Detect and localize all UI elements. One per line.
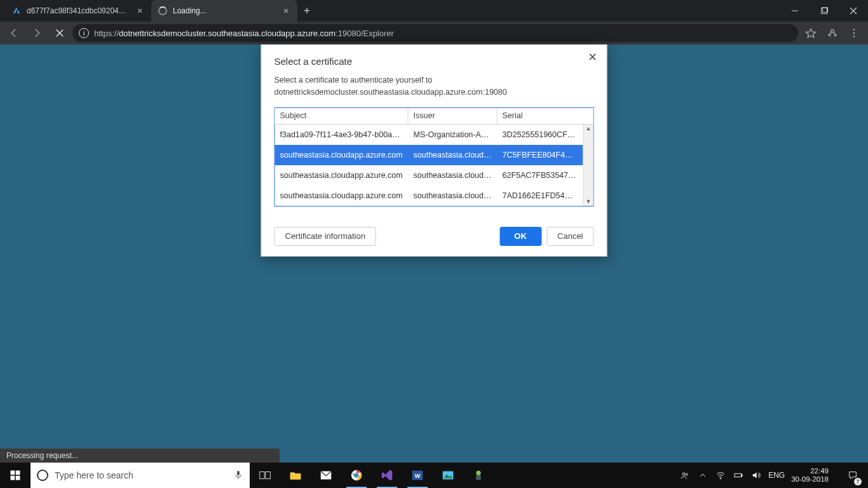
table-row[interactable]: southeastasia.cloudapp.azure.com southea… xyxy=(275,165,583,186)
windows-taskbar: Type here to search W ENG 22:49 30-09-20… xyxy=(0,463,868,488)
svg-point-35 xyxy=(686,473,688,475)
start-button[interactable] xyxy=(0,463,31,488)
taskbar-apps: W xyxy=(250,463,494,488)
svg-point-10 xyxy=(834,34,836,36)
tab-title: d677f7ac98f341cdbc092047b0a8 xyxy=(27,6,130,15)
site-info-icon[interactable]: i xyxy=(79,28,89,38)
certificate-select-dialog: ✕ Select a certificate Select a certific… xyxy=(261,44,607,257)
certificate-info-button[interactable]: Certificate information xyxy=(275,227,376,246)
svg-point-34 xyxy=(682,473,685,475)
dialog-buttons: Certificate information OK Cancel xyxy=(275,227,594,246)
task-view-icon[interactable] xyxy=(250,463,280,488)
tab-title: Loading... xyxy=(173,6,276,15)
certificate-table: Subject Issuer Serial f3ad1a09-7f11-4ae3… xyxy=(275,107,594,207)
svg-rect-16 xyxy=(11,471,15,475)
page-viewport: ✕ Select a certificate Select a certific… xyxy=(0,44,868,463)
column-issuer[interactable]: Issuer xyxy=(409,108,498,124)
svg-line-11 xyxy=(830,32,831,34)
table-body: f3ad1a09-7f11-4ae3-9b47-b00ad4d... MS-Or… xyxy=(275,125,593,206)
search-placeholder: Type here to search xyxy=(55,470,133,480)
column-subject[interactable]: Subject xyxy=(275,108,409,124)
word-icon[interactable]: W xyxy=(402,463,433,488)
photos-icon[interactable] xyxy=(433,463,463,488)
dialog-subtitle: Select a certificate to authenticate you… xyxy=(275,74,594,98)
svg-point-13 xyxy=(853,29,855,30)
table-row[interactable]: f3ad1a09-7f11-4ae3-9b47-b00ad4d... MS-Or… xyxy=(275,125,583,145)
azure-favicon xyxy=(11,6,22,16)
svg-point-9 xyxy=(829,34,831,36)
close-icon[interactable]: × xyxy=(281,6,291,16)
browser-toolbar: i https://dotnettricksdemocluster.southe… xyxy=(0,22,868,44)
action-center-icon[interactable]: 7 xyxy=(840,463,865,488)
battery-icon[interactable] xyxy=(733,470,744,481)
svg-point-14 xyxy=(853,32,855,34)
svg-marker-7 xyxy=(806,29,816,37)
back-button[interactable] xyxy=(4,24,24,42)
svg-rect-20 xyxy=(237,471,240,475)
svg-point-32 xyxy=(476,471,480,475)
svg-text:W: W xyxy=(415,473,421,479)
app-icon[interactable] xyxy=(463,463,494,488)
maximize-button[interactable] xyxy=(810,0,839,22)
scroll-up-icon[interactable]: ▲ xyxy=(586,126,592,132)
column-serial[interactable]: Serial xyxy=(498,108,593,124)
language-indicator[interactable]: ENG xyxy=(768,471,785,480)
svg-marker-39 xyxy=(753,472,757,478)
close-icon[interactable]: × xyxy=(135,6,145,16)
svg-rect-24 xyxy=(290,473,301,479)
tab-0[interactable]: d677f7ac98f341cdbc092047b0a8 × xyxy=(5,0,151,22)
browser-titlebar: d677f7ac98f341cdbc092047b0a8 × Loading..… xyxy=(0,0,868,22)
tab-1[interactable]: Loading... × xyxy=(151,0,297,22)
svg-point-15 xyxy=(853,36,855,37)
menu-icon[interactable] xyxy=(844,24,864,42)
wifi-icon[interactable] xyxy=(715,470,726,481)
cortana-icon xyxy=(37,470,48,481)
svg-rect-33 xyxy=(476,475,480,480)
address-bar[interactable]: i https://dotnettricksdemocluster.southe… xyxy=(72,24,798,42)
svg-point-36 xyxy=(720,478,721,479)
scroll-down-icon[interactable]: ▼ xyxy=(586,199,592,205)
system-tray: ENG 22:49 30-09-2018 7 xyxy=(679,463,868,488)
notification-badge: 7 xyxy=(854,478,862,485)
svg-point-8 xyxy=(831,30,834,33)
svg-rect-1 xyxy=(822,8,827,14)
svg-rect-19 xyxy=(16,476,20,480)
close-icon[interactable]: ✕ xyxy=(587,51,599,64)
volume-icon[interactable] xyxy=(750,470,762,481)
svg-rect-38 xyxy=(742,475,742,477)
visual-studio-icon[interactable] xyxy=(372,463,402,488)
mic-icon[interactable] xyxy=(233,470,243,482)
forward-button[interactable] xyxy=(27,24,47,42)
close-window-button[interactable] xyxy=(839,0,868,22)
ok-button[interactable]: OK xyxy=(499,227,541,246)
tab-strip: d677f7ac98f341cdbc092047b0a8 × Loading..… xyxy=(0,0,316,22)
chrome-icon[interactable] xyxy=(341,463,372,488)
stop-button[interactable] xyxy=(50,24,70,42)
table-scrollbar[interactable]: ▲ ▼ xyxy=(583,125,593,206)
dialog-title: Select a certificate xyxy=(275,56,594,67)
table-row[interactable]: southeastasia.cloudapp.azure.com southea… xyxy=(275,145,583,165)
people-icon[interactable] xyxy=(679,470,691,481)
clock[interactable]: 22:49 30-09-2018 xyxy=(791,467,834,484)
chevron-up-icon[interactable] xyxy=(697,470,709,481)
window-controls xyxy=(780,0,868,22)
svg-rect-17 xyxy=(16,471,20,475)
mail-icon[interactable] xyxy=(311,463,341,488)
svg-rect-23 xyxy=(266,472,270,479)
url-text: https://dotnettricksdemocluster.southeas… xyxy=(94,29,394,38)
svg-line-12 xyxy=(834,32,835,34)
table-row[interactable]: southeastasia.cloudapp.azure.com southea… xyxy=(275,186,583,206)
new-tab-button[interactable]: + xyxy=(297,0,316,22)
status-bar: Processing request... xyxy=(0,449,280,463)
taskbar-search[interactable]: Type here to search xyxy=(31,463,250,488)
bookmark-star-icon[interactable] xyxy=(801,24,821,42)
file-explorer-icon[interactable] xyxy=(280,463,311,488)
svg-rect-37 xyxy=(735,473,742,477)
loading-spinner-icon xyxy=(158,6,168,16)
table-header: Subject Issuer Serial xyxy=(275,108,593,125)
svg-rect-18 xyxy=(11,476,15,480)
svg-rect-22 xyxy=(260,472,264,479)
cancel-button[interactable]: Cancel xyxy=(546,227,593,246)
minimize-button[interactable] xyxy=(780,0,810,22)
account-icon[interactable] xyxy=(822,24,843,42)
